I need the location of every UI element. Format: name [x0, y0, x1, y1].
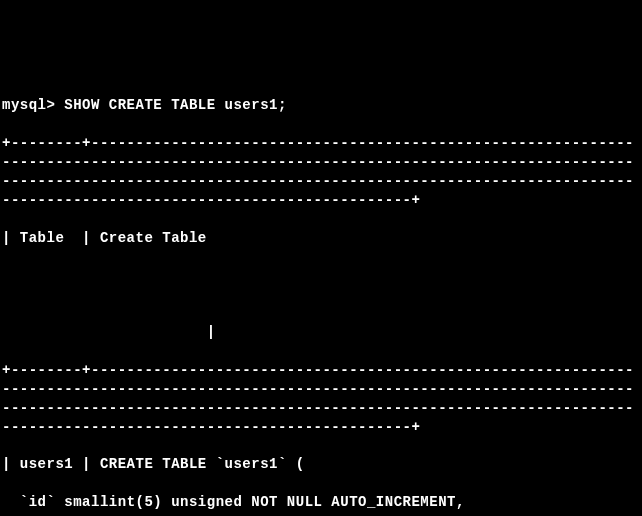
column-def-id: `id` smallint(5) unsigned NOT NULL AUTO_… — [2, 493, 642, 512]
separator-mid: +--------+------------------------------… — [2, 361, 642, 437]
sql-command: SHOW CREATE TABLE users1; — [64, 97, 287, 113]
mysql-terminal-output: mysql> SHOW CREATE TABLE users1; +------… — [0, 76, 642, 516]
separator-top: +--------+------------------------------… — [2, 134, 642, 210]
command-line[interactable]: mysql> SHOW CREATE TABLE users1; — [2, 96, 642, 115]
prompt: mysql> — [2, 97, 64, 113]
header-tail: | — [2, 323, 642, 342]
create-table-row: | users1 | CREATE TABLE `users1` ( — [2, 455, 642, 474]
header-row: | Table | Create Table — [2, 229, 642, 248]
